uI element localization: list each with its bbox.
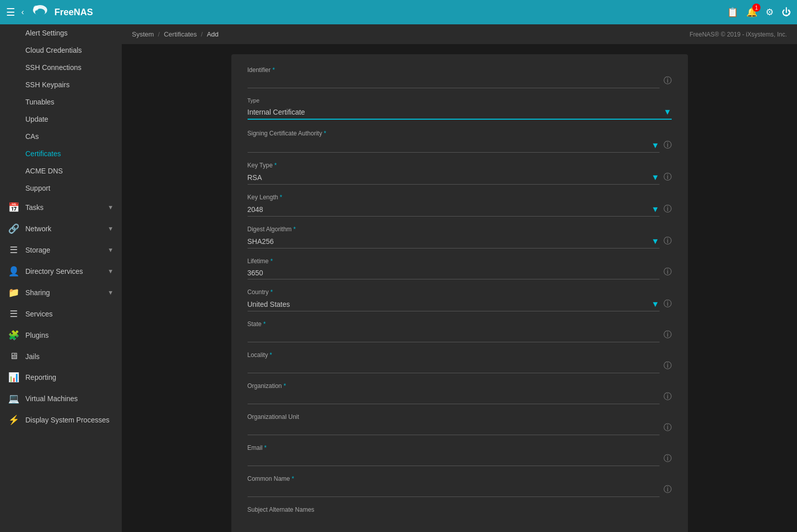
sidebar-item-network[interactable]: 🔗 Network ▼ (0, 218, 122, 239)
organization-label: Organization * (248, 382, 660, 389)
breadcrumb-add: Add (207, 30, 219, 38)
sidebar-item-virtual-machines[interactable]: 💻 Virtual Machines (0, 388, 122, 409)
signing-ca-select-wrap: ▼ (248, 139, 660, 153)
settings-icon[interactable]: ⚙ (766, 7, 774, 18)
sidebar-item-jails[interactable]: 🖥 Jails (0, 346, 122, 367)
identifier-input[interactable] (248, 76, 660, 88)
key-length-dropdown-icon: ▼ (651, 205, 660, 214)
topbar-right: 📋 🔔 1 ⚙ ⏻ (727, 7, 791, 18)
organization-field-inner: Organization * (248, 382, 660, 404)
locality-label: Locality * (248, 351, 660, 359)
sidebar-item-ssh-connections[interactable]: SSH Connections (0, 59, 122, 76)
breadcrumb: System / Certificates / Add FreeNAS® © 2… (122, 24, 797, 44)
tasks-arrow-icon: ▼ (108, 204, 114, 211)
country-help-icon[interactable]: ⓘ (664, 299, 672, 309)
hamburger-menu[interactable]: ☰ (6, 6, 15, 18)
organization-input[interactable] (248, 392, 660, 404)
sidebar-item-update[interactable]: Update (0, 111, 122, 128)
state-row: State * ⓘ (248, 321, 672, 342)
signing-ca-help-icon[interactable]: ⓘ (664, 140, 672, 151)
type-row: Type Internal Certificate CA-Signed Cert… (248, 97, 672, 120)
email-input[interactable] (248, 453, 660, 466)
plugins-icon: 🧩 (8, 330, 19, 341)
lifetime-input[interactable] (248, 267, 660, 279)
services-icon: ☰ (8, 308, 19, 320)
state-input[interactable] (248, 330, 660, 342)
sidebar-item-display-system-processes[interactable]: ⚡ Display System Processes (0, 409, 122, 431)
key-type-select-wrap: RSA EC ▼ (248, 171, 660, 185)
lifetime-help-icon[interactable]: ⓘ (664, 267, 672, 277)
signing-ca-label: Signing Certificate Authority * (248, 130, 660, 137)
san-textarea-wrap: ⋺ (248, 515, 660, 532)
organization-row: Organization * ⓘ (248, 382, 672, 404)
sidebar-item-sharing[interactable]: 📁 Sharing ▼ (0, 282, 122, 303)
reporting-icon: 📊 (8, 372, 19, 383)
digest-help-icon[interactable]: ⓘ (664, 236, 672, 246)
tasks-icon: 📅 (8, 202, 19, 213)
sidebar-item-storage[interactable]: ☰ Storage ▼ (0, 239, 122, 261)
storage-arrow-icon: ▼ (108, 246, 114, 254)
key-length-label: Key Length * (248, 194, 660, 201)
locality-field-inner: Locality * (248, 351, 660, 373)
sidebar-item-acme-dns[interactable]: ACME DNS (0, 162, 122, 180)
sidebar-item-certificates[interactable]: Certificates (0, 145, 122, 162)
sidebar-label-directory-services: Directory Services (25, 267, 101, 275)
locality-input[interactable] (248, 361, 660, 373)
sidebar-item-support[interactable]: Support (0, 180, 122, 197)
notifications-icon[interactable]: 🔔 1 (746, 7, 757, 18)
main-content: System / Certificates / Add FreeNAS® © 2… (122, 24, 797, 532)
form-area: Identifier * ⓘ Type (122, 44, 797, 532)
country-select[interactable]: United States Canada United Kingdom (248, 300, 651, 308)
key-type-select[interactable]: RSA EC (248, 173, 651, 182)
org-unit-input[interactable] (248, 422, 660, 435)
sharing-icon: 📁 (8, 287, 19, 298)
email-field-wrap: Email * ⓘ (248, 444, 672, 466)
breadcrumb-certificates[interactable]: Certificates (164, 30, 197, 38)
power-icon[interactable]: ⏻ (782, 7, 791, 18)
digest-select[interactable]: SHA256 SHA512 (248, 237, 651, 245)
logo-text: FreeNAS (54, 7, 93, 18)
breadcrumb-system[interactable]: System (132, 30, 154, 38)
country-select-wrap: United States Canada United Kingdom ▼ (248, 298, 660, 311)
san-textarea[interactable] (248, 515, 660, 532)
sidebar-item-directory-services[interactable]: 👤 Directory Services ▼ (0, 261, 122, 282)
key-length-select[interactable]: 1024 2048 4096 (248, 205, 651, 214)
email-field-inner: Email * (248, 444, 660, 466)
sidebar-item-cas[interactable]: CAs (0, 128, 122, 145)
app-logo: FreeNAS (30, 2, 93, 22)
signing-ca-select[interactable] (248, 141, 651, 150)
common-name-input[interactable] (248, 484, 660, 497)
org-unit-help-icon[interactable]: ⓘ (664, 422, 672, 433)
common-name-help-icon[interactable]: ⓘ (664, 484, 672, 495)
identifier-help-icon[interactable]: ⓘ (664, 76, 672, 86)
key-type-help-icon[interactable]: ⓘ (664, 172, 672, 183)
sidebar-item-reporting[interactable]: 📊 Reporting (0, 367, 122, 388)
state-help-icon[interactable]: ⓘ (664, 330, 672, 340)
sidebar-item-tunables[interactable]: Tunables (0, 93, 122, 111)
jails-icon: 🖥 (8, 351, 19, 362)
sidebar-item-plugins[interactable]: 🧩 Plugins (0, 325, 122, 346)
sidebar-item-ssh-keypairs[interactable]: SSH Keypairs (0, 76, 122, 93)
notes-icon[interactable]: 📋 (727, 7, 738, 18)
sidebar-item-alert-settings[interactable]: Alert Settings (0, 24, 122, 42)
breadcrumb-left: System / Certificates / Add (132, 30, 219, 38)
processes-icon: ⚡ (8, 414, 19, 425)
org-unit-label: Organizational Unit (248, 413, 660, 420)
back-button[interactable]: ‹ (21, 8, 24, 17)
sidebar-label-jails: Jails (25, 352, 114, 361)
sidebar: Alert Settings Cloud Credentials SSH Con… (0, 24, 122, 532)
sidebar-item-cloud-credentials[interactable]: Cloud Credentials (0, 42, 122, 59)
org-unit-field-inner: Organizational Unit (248, 413, 660, 435)
type-dropdown-icon: ▼ (664, 108, 672, 117)
key-length-help-icon[interactable]: ⓘ (664, 204, 672, 215)
san-label: Subject Alternate Names (248, 506, 660, 513)
sidebar-item-services[interactable]: ☰ Services (0, 303, 122, 325)
locality-help-icon[interactable]: ⓘ (664, 361, 672, 371)
key-type-field-wrap: Key Type * RSA EC ▼ ⓘ (248, 162, 672, 185)
sidebar-item-tasks[interactable]: 📅 Tasks ▼ (0, 197, 122, 218)
organization-help-icon[interactable]: ⓘ (664, 392, 672, 402)
type-select[interactable]: Internal Certificate CA-Signed Certifica… (248, 108, 664, 116)
country-label: Country * (248, 289, 660, 296)
signing-ca-row: Signing Certificate Authority * ▼ ⓘ (248, 130, 672, 153)
email-help-icon[interactable]: ⓘ (664, 453, 672, 464)
